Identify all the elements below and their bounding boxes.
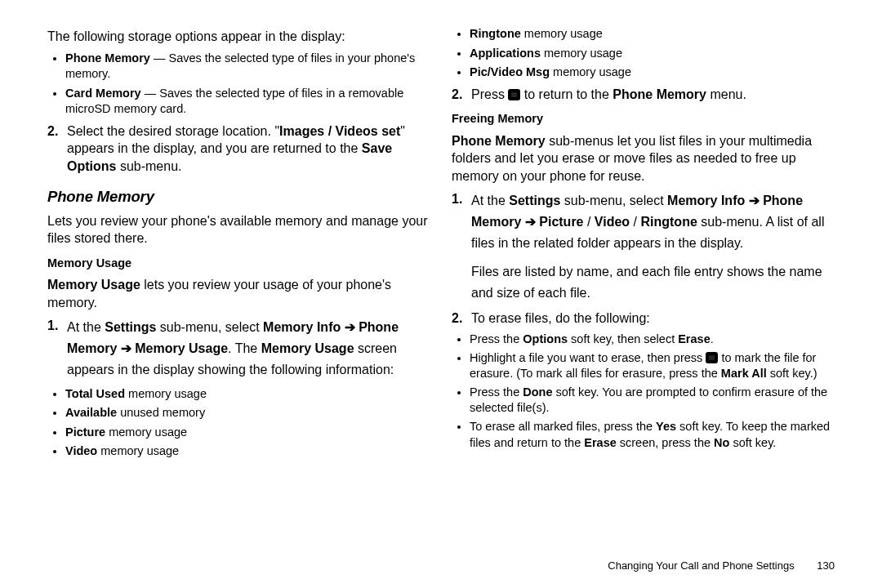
page-content: The following storage options appear in …: [0, 0, 882, 539]
step-number: 2.: [452, 86, 471, 104]
list-item: Picture memory usage: [65, 425, 430, 441]
list-item: Video memory usage: [65, 443, 430, 460]
freeing-memory-intro: Phone Memory sub-menus let you list file…: [452, 132, 835, 185]
step-number: 1.: [452, 190, 471, 305]
list-item: Press the Options soft key, then select …: [470, 332, 835, 348]
list-item: Applications memory usage: [470, 46, 835, 62]
list-item: Press the Done soft key. You are prompte…: [470, 385, 835, 416]
right-column: Ringtone memory usage Applications memor…: [452, 23, 835, 539]
mu-info-list-left: Total Used memory usage Available unused…: [47, 386, 430, 460]
step-number: 1.: [47, 317, 67, 381]
chapter-title: Changing Your Call and Phone Settings: [608, 559, 794, 572]
list-item: Highlight a file you want to erase, then…: [470, 350, 835, 382]
fm-step-2: 2. To erase files, do the following:: [452, 310, 835, 327]
list-item: Total Used memory usage: [65, 386, 430, 403]
step-body: At the Settings sub-menu, select Memory …: [67, 317, 430, 381]
page-number: 130: [817, 559, 835, 572]
page-footer: Changing Your Call and Phone Settings 13…: [608, 559, 835, 573]
step-2: 2. Select the desired storage location. …: [47, 122, 430, 176]
section-title-phone-memory: Phone Memory: [47, 187, 430, 207]
left-column: The following storage options appear in …: [47, 23, 430, 539]
mu-step-1: 1. At the Settings sub-menu, select Memo…: [47, 317, 430, 381]
erase-steps-list: Press the Options soft key, then select …: [452, 332, 835, 451]
step-body: Select the desired storage location. "Im…: [67, 122, 430, 176]
ok-key-icon: [508, 89, 520, 100]
subsection-memory-usage: Memory Usage: [47, 256, 430, 272]
section-intro: Lets you review your phone's available m…: [47, 212, 430, 247]
list-item: Ringtone memory usage: [470, 26, 835, 42]
mu-info-list-right: Ringtone memory usage Applications memor…: [452, 26, 835, 81]
list-item: Pic/Video Msg memory usage: [470, 65, 835, 81]
memory-usage-intro: Memory Usage lets you review your usage …: [47, 276, 430, 311]
list-item: Available unused memory: [65, 405, 430, 421]
ok-key-icon: [706, 352, 718, 363]
list-item: Phone Memory — Saves the selected type o…: [65, 51, 430, 82]
step-body: To erase files, do the following:: [471, 310, 835, 327]
storage-options-list: Phone Memory — Saves the selected type o…: [47, 51, 430, 118]
step-number: 2.: [452, 310, 471, 327]
list-item: Card Memory — Saves the selected type of…: [65, 86, 430, 118]
list-item: To erase all marked files, press the Yes…: [470, 419, 835, 451]
subsection-freeing-memory: Freeing Memory: [452, 111, 835, 127]
step-number: 2.: [47, 122, 67, 176]
fm-step-1: 1. At the Settings sub-menu, select Memo…: [452, 190, 835, 305]
mu-step-2: 2. Press to return to the Phone Memory m…: [452, 86, 835, 104]
step-body: Press to return to the Phone Memory menu…: [471, 86, 835, 104]
step-body: At the Settings sub-menu, select Memory …: [471, 190, 835, 305]
intro-text: The following storage options appear in …: [47, 28, 430, 46]
